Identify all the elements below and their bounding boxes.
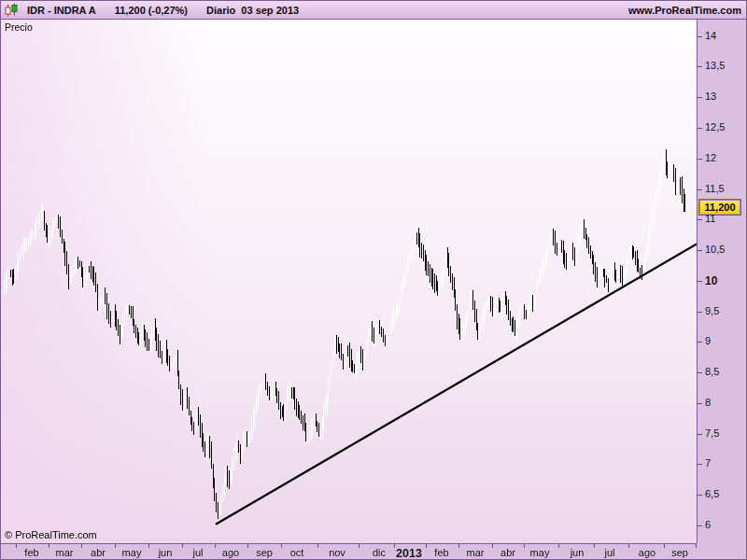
month-tick [215,544,216,548]
price-tick-label: 10 [705,274,717,287]
price-tick [698,281,702,282]
axis-corner [697,543,747,560]
price-plot-area: Precio © ProRealTime.com [1,20,697,543]
time-axis: febmarabrmayjunjulagosepoctnovdic2013feb… [1,543,698,560]
price-tick-label: 8 [705,397,711,408]
month-label: feb [434,547,448,558]
price-tick-label: 12,5 [705,121,725,133]
period-and-date: Diario 03 sep 2013 [206,5,299,16]
month-label: abr [500,547,515,558]
month-label: jul [192,547,203,558]
month-tick [394,544,395,548]
month-label: may [122,547,142,558]
month-label: oct [290,547,304,558]
month-label: jun [159,547,173,558]
instrument-title: IDR - INDRA A [27,5,96,16]
price-tick-label: 11 [705,213,715,224]
price-tick [698,66,702,67]
month-tick [182,544,183,548]
timeframe-label: Diario [206,5,235,16]
price-tick [698,189,702,190]
month-tick [594,544,595,548]
price-chart-canvas[interactable] [1,20,697,543]
month-label: sep [671,547,688,558]
price-tick [698,525,702,526]
price-tick [698,372,702,373]
last-price-and-change: 11,200 (-0,27%) [115,5,188,16]
price-tick-label: 6 [705,519,711,530]
price-tick-label: 9,5 [705,305,719,316]
month-label: 2013 [396,547,422,560]
month-label: mar [56,547,74,558]
month-tick [628,544,629,548]
month-label: sep [256,547,273,558]
month-label: ago [639,547,655,558]
month-label: jun [571,547,585,558]
last-price: 11,200 [115,5,146,16]
y-axis-title: Precio [5,21,33,33]
month-tick [524,544,525,548]
month-label: nov [329,547,345,558]
month-tick [664,544,665,548]
price-tick-label: 12 [705,152,716,163]
price-tick [698,97,702,98]
price-tick [698,342,702,343]
price-tick-label: 14 [705,30,716,41]
price-tick [698,403,702,404]
month-label: may [530,547,550,558]
month-label: jul [604,547,614,558]
price-change: (-0,27%) [148,5,188,16]
month-tick [81,544,82,548]
price-tick [698,464,702,465]
month-tick [148,544,149,548]
copyright-label: © ProRealTime.com [5,529,97,540]
month-tick [281,544,282,548]
price-tick-label: 8,5 [705,366,719,377]
chart-header-bar: IDR - INDRA A 11,200 (-0,27%) Diario 03 … [1,1,746,20]
month-label: feb [24,547,38,558]
price-tick-label: 6,5 [705,488,719,499]
month-label: abr [91,547,106,558]
candlestick-icon [4,2,20,18]
month-label: ago [222,547,239,558]
price-tick [698,495,702,496]
month-label: mar [467,547,485,558]
price-tick [698,250,702,251]
price-tick [698,312,702,313]
month-label: dic [373,547,386,558]
price-tick [698,434,702,435]
price-tick-label: 10,5 [705,244,725,255]
price-tick [698,159,702,160]
month-tick [317,544,318,548]
price-tick-label: 7,5 [705,427,719,439]
price-tick [698,36,702,37]
price-axis: 11,200 66,577,588,599,51010,51111,51212,… [697,20,747,543]
month-tick [558,544,559,548]
month-tick [16,544,17,548]
month-tick [492,544,493,548]
month-tick [458,544,459,548]
month-tick [359,544,359,548]
chart-window: IDR - INDRA A 11,200 (-0,27%) Diario 03 … [0,0,747,560]
price-tick-label: 7 [705,457,711,469]
price-tick [698,128,702,129]
month-tick [426,544,427,548]
session-date: 03 sep 2013 [241,5,299,16]
price-tick [698,219,702,220]
month-tick [49,544,49,548]
month-tick [247,544,248,548]
price-tick-label: 13,5 [705,60,725,71]
website-label: www.ProRealTime.com [628,5,741,16]
month-tick [115,544,116,548]
price-tick-label: 13 [705,91,716,102]
price-tick-label: 9 [705,335,711,346]
price-tick-label: 11,5 [705,183,725,194]
